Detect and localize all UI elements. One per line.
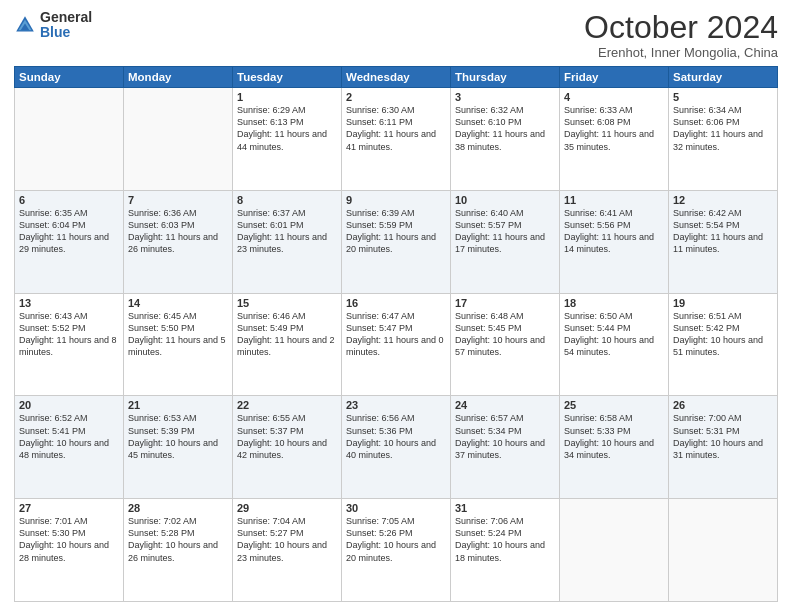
day-number: 4 xyxy=(564,91,664,103)
cell-info: Sunrise: 6:46 AM Sunset: 5:49 PM Dayligh… xyxy=(237,310,337,359)
table-row: 22Sunrise: 6:55 AM Sunset: 5:37 PM Dayli… xyxy=(233,396,342,499)
table-row: 24Sunrise: 6:57 AM Sunset: 5:34 PM Dayli… xyxy=(451,396,560,499)
title-block: October 2024 Erenhot, Inner Mongolia, Ch… xyxy=(584,10,778,60)
location: Erenhot, Inner Mongolia, China xyxy=(584,45,778,60)
cell-info: Sunrise: 7:05 AM Sunset: 5:26 PM Dayligh… xyxy=(346,515,446,564)
cell-info: Sunrise: 6:33 AM Sunset: 6:08 PM Dayligh… xyxy=(564,104,664,153)
cell-info: Sunrise: 6:55 AM Sunset: 5:37 PM Dayligh… xyxy=(237,412,337,461)
table-row: 3Sunrise: 6:32 AM Sunset: 6:10 PM Daylig… xyxy=(451,88,560,191)
cell-info: Sunrise: 6:42 AM Sunset: 5:54 PM Dayligh… xyxy=(673,207,773,256)
day-number: 19 xyxy=(673,297,773,309)
day-number: 13 xyxy=(19,297,119,309)
day-number: 2 xyxy=(346,91,446,103)
cell-info: Sunrise: 6:53 AM Sunset: 5:39 PM Dayligh… xyxy=(128,412,228,461)
table-row: 17Sunrise: 6:48 AM Sunset: 5:45 PM Dayli… xyxy=(451,293,560,396)
table-row xyxy=(560,499,669,602)
cell-info: Sunrise: 6:34 AM Sunset: 6:06 PM Dayligh… xyxy=(673,104,773,153)
day-number: 17 xyxy=(455,297,555,309)
day-number: 21 xyxy=(128,399,228,411)
day-number: 28 xyxy=(128,502,228,514)
day-number: 16 xyxy=(346,297,446,309)
table-row: 2Sunrise: 6:30 AM Sunset: 6:11 PM Daylig… xyxy=(342,88,451,191)
day-number: 12 xyxy=(673,194,773,206)
cell-info: Sunrise: 6:52 AM Sunset: 5:41 PM Dayligh… xyxy=(19,412,119,461)
col-friday: Friday xyxy=(560,67,669,88)
cell-info: Sunrise: 7:01 AM Sunset: 5:30 PM Dayligh… xyxy=(19,515,119,564)
table-row: 16Sunrise: 6:47 AM Sunset: 5:47 PM Dayli… xyxy=(342,293,451,396)
day-number: 14 xyxy=(128,297,228,309)
cell-info: Sunrise: 6:29 AM Sunset: 6:13 PM Dayligh… xyxy=(237,104,337,153)
cell-info: Sunrise: 6:41 AM Sunset: 5:56 PM Dayligh… xyxy=(564,207,664,256)
day-number: 8 xyxy=(237,194,337,206)
table-row xyxy=(669,499,778,602)
table-row: 8Sunrise: 6:37 AM Sunset: 6:01 PM Daylig… xyxy=(233,190,342,293)
day-number: 20 xyxy=(19,399,119,411)
cell-info: Sunrise: 6:43 AM Sunset: 5:52 PM Dayligh… xyxy=(19,310,119,359)
day-number: 5 xyxy=(673,91,773,103)
col-thursday: Thursday xyxy=(451,67,560,88)
cell-info: Sunrise: 6:35 AM Sunset: 6:04 PM Dayligh… xyxy=(19,207,119,256)
day-number: 10 xyxy=(455,194,555,206)
cell-info: Sunrise: 6:58 AM Sunset: 5:33 PM Dayligh… xyxy=(564,412,664,461)
col-tuesday: Tuesday xyxy=(233,67,342,88)
cell-info: Sunrise: 6:57 AM Sunset: 5:34 PM Dayligh… xyxy=(455,412,555,461)
header: General Blue October 2024 Erenhot, Inner… xyxy=(14,10,778,60)
day-number: 9 xyxy=(346,194,446,206)
calendar-week-row: 6Sunrise: 6:35 AM Sunset: 6:04 PM Daylig… xyxy=(15,190,778,293)
logo-blue-text: Blue xyxy=(40,25,92,40)
table-row: 25Sunrise: 6:58 AM Sunset: 5:33 PM Dayli… xyxy=(560,396,669,499)
day-number: 26 xyxy=(673,399,773,411)
table-row xyxy=(15,88,124,191)
day-number: 31 xyxy=(455,502,555,514)
day-number: 23 xyxy=(346,399,446,411)
table-row: 30Sunrise: 7:05 AM Sunset: 5:26 PM Dayli… xyxy=(342,499,451,602)
day-number: 29 xyxy=(237,502,337,514)
table-row: 9Sunrise: 6:39 AM Sunset: 5:59 PM Daylig… xyxy=(342,190,451,293)
day-number: 24 xyxy=(455,399,555,411)
table-row: 29Sunrise: 7:04 AM Sunset: 5:27 PM Dayli… xyxy=(233,499,342,602)
day-number: 22 xyxy=(237,399,337,411)
col-monday: Monday xyxy=(124,67,233,88)
table-row: 13Sunrise: 6:43 AM Sunset: 5:52 PM Dayli… xyxy=(15,293,124,396)
day-number: 15 xyxy=(237,297,337,309)
table-row: 19Sunrise: 6:51 AM Sunset: 5:42 PM Dayli… xyxy=(669,293,778,396)
col-saturday: Saturday xyxy=(669,67,778,88)
day-number: 18 xyxy=(564,297,664,309)
day-number: 6 xyxy=(19,194,119,206)
calendar-week-row: 1Sunrise: 6:29 AM Sunset: 6:13 PM Daylig… xyxy=(15,88,778,191)
table-row: 14Sunrise: 6:45 AM Sunset: 5:50 PM Dayli… xyxy=(124,293,233,396)
calendar-week-row: 20Sunrise: 6:52 AM Sunset: 5:41 PM Dayli… xyxy=(15,396,778,499)
logo-text: General Blue xyxy=(40,10,92,41)
cell-info: Sunrise: 6:51 AM Sunset: 5:42 PM Dayligh… xyxy=(673,310,773,359)
cell-info: Sunrise: 6:47 AM Sunset: 5:47 PM Dayligh… xyxy=(346,310,446,359)
table-row: 1Sunrise: 6:29 AM Sunset: 6:13 PM Daylig… xyxy=(233,88,342,191)
table-row: 11Sunrise: 6:41 AM Sunset: 5:56 PM Dayli… xyxy=(560,190,669,293)
cell-info: Sunrise: 6:40 AM Sunset: 5:57 PM Dayligh… xyxy=(455,207,555,256)
table-row: 4Sunrise: 6:33 AM Sunset: 6:08 PM Daylig… xyxy=(560,88,669,191)
table-row: 26Sunrise: 7:00 AM Sunset: 5:31 PM Dayli… xyxy=(669,396,778,499)
cell-info: Sunrise: 6:36 AM Sunset: 6:03 PM Dayligh… xyxy=(128,207,228,256)
day-number: 1 xyxy=(237,91,337,103)
table-row: 31Sunrise: 7:06 AM Sunset: 5:24 PM Dayli… xyxy=(451,499,560,602)
day-number: 27 xyxy=(19,502,119,514)
table-row: 27Sunrise: 7:01 AM Sunset: 5:30 PM Dayli… xyxy=(15,499,124,602)
logo: General Blue xyxy=(14,10,92,41)
cell-info: Sunrise: 6:50 AM Sunset: 5:44 PM Dayligh… xyxy=(564,310,664,359)
logo-general-text: General xyxy=(40,10,92,25)
table-row: 6Sunrise: 6:35 AM Sunset: 6:04 PM Daylig… xyxy=(15,190,124,293)
day-number: 25 xyxy=(564,399,664,411)
calendar-week-row: 13Sunrise: 6:43 AM Sunset: 5:52 PM Dayli… xyxy=(15,293,778,396)
table-row: 21Sunrise: 6:53 AM Sunset: 5:39 PM Dayli… xyxy=(124,396,233,499)
day-number: 3 xyxy=(455,91,555,103)
logo-icon xyxy=(14,14,36,36)
cell-info: Sunrise: 6:56 AM Sunset: 5:36 PM Dayligh… xyxy=(346,412,446,461)
table-row xyxy=(124,88,233,191)
month-title: October 2024 xyxy=(584,10,778,45)
calendar-header-row: Sunday Monday Tuesday Wednesday Thursday… xyxy=(15,67,778,88)
day-number: 11 xyxy=(564,194,664,206)
table-row: 23Sunrise: 6:56 AM Sunset: 5:36 PM Dayli… xyxy=(342,396,451,499)
table-row: 5Sunrise: 6:34 AM Sunset: 6:06 PM Daylig… xyxy=(669,88,778,191)
day-number: 7 xyxy=(128,194,228,206)
table-row: 18Sunrise: 6:50 AM Sunset: 5:44 PM Dayli… xyxy=(560,293,669,396)
cell-info: Sunrise: 6:30 AM Sunset: 6:11 PM Dayligh… xyxy=(346,104,446,153)
